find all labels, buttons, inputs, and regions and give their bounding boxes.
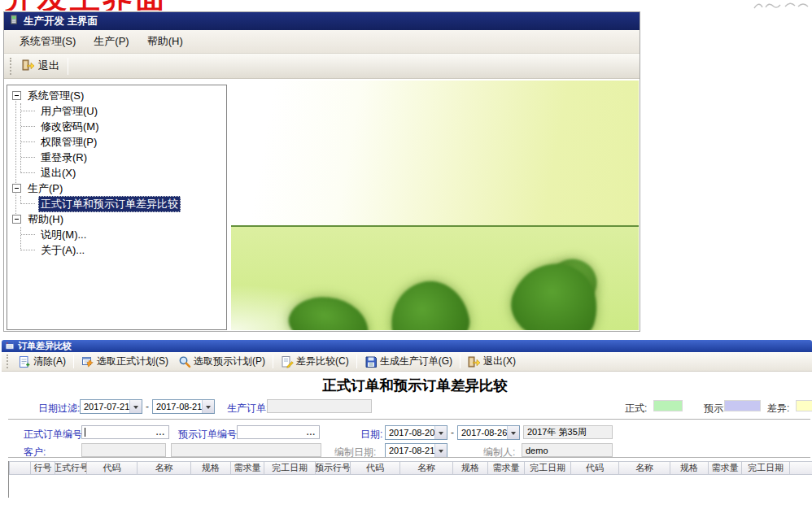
column-header[interactable]: 规格 xyxy=(670,461,709,475)
column-header[interactable] xyxy=(789,461,812,475)
column-header[interactable]: 规格 xyxy=(190,461,231,475)
tree-children: 用户管理(U)修改密码(M)权限管理(P)重登录(R)退出(X) xyxy=(20,103,226,181)
legend-official-swatch xyxy=(653,400,683,411)
form-date-from-combo[interactable]: 2017-08-20 xyxy=(385,425,447,440)
column-header[interactable]: 规格 xyxy=(452,461,488,475)
chevron-down-icon xyxy=(507,426,519,439)
column-header[interactable]: 名称 xyxy=(137,461,191,475)
column-header[interactable]: 名称 xyxy=(399,461,453,475)
select-official-plan-icon xyxy=(81,355,94,368)
tree-child-item[interactable]: 关于(A)... xyxy=(20,242,226,258)
exit-icon xyxy=(22,59,35,74)
tree-root-item[interactable]: 生产(P) xyxy=(12,181,226,196)
tree-child-item[interactable]: 退出(X) xyxy=(20,165,226,181)
legend-official-label: 正式: xyxy=(625,402,647,416)
toolbar-separator xyxy=(68,58,68,75)
column-header[interactable]: 代码 xyxy=(570,461,619,475)
column-header[interactable]: 预示行号 xyxy=(315,461,351,475)
compiler-field: demo xyxy=(522,443,613,457)
toolbar-button-select-official-plan[interactable]: 选取正式计划(S) xyxy=(76,354,173,369)
chevron-down-icon xyxy=(434,426,447,439)
forecast-order-label: 预示订单编号: xyxy=(178,428,239,442)
app-icon xyxy=(8,14,20,28)
column-header[interactable]: 完工日期 xyxy=(264,461,316,475)
tree-children: 说明(M)...关于(A)... xyxy=(20,227,226,258)
tree-item-label: 帮助(H) xyxy=(25,211,66,228)
column-header[interactable]: 行号 xyxy=(30,461,55,475)
tree-child-item[interactable]: 说明(M)... xyxy=(20,227,226,242)
browse-ellipsis-button[interactable]: ... xyxy=(153,428,168,437)
column-header[interactable]: 完工日期 xyxy=(524,461,571,475)
toolbar-button-label: 选取正式计划(S) xyxy=(97,355,168,368)
tree-child-item[interactable]: 重登录(R) xyxy=(20,150,226,165)
toolbar-button-select-forecast-plan[interactable]: 选取预示计划(P) xyxy=(173,354,270,369)
row-selector-header[interactable] xyxy=(9,461,31,475)
tree-item-label: 生产(P) xyxy=(25,181,65,197)
toolbar-button-compare[interactable]: 差异比较(C) xyxy=(276,354,354,369)
column-header[interactable]: 需求量 xyxy=(487,461,525,475)
text-caret xyxy=(85,428,85,437)
tree-collapse-icon[interactable] xyxy=(12,215,21,224)
toolbar-button-exit[interactable]: 退出(X) xyxy=(463,354,521,369)
official-order-input[interactable]: ... xyxy=(81,425,169,439)
legend-diff-swatch xyxy=(796,400,812,411)
toolbar-grip[interactable] xyxy=(7,355,10,368)
filter-date-from-combo[interactable]: 2017-07-21 xyxy=(80,399,142,414)
main-content: 系统管理(S)用户管理(U)修改密码(M)权限管理(P)重登录(R)退出(X)生… xyxy=(4,79,640,331)
tree-child-item[interactable]: 修改密码(M) xyxy=(20,119,226,134)
grid-body[interactable] xyxy=(9,475,812,498)
grid-header-row: 行号正式行号代码名称规格需求量完工日期预示行号代码名称规格需求量完工日期代码名称… xyxy=(9,461,812,475)
tree-item-label: 系统管理(S) xyxy=(25,88,86,104)
filter-date-to-combo[interactable]: 2017-08-21 xyxy=(152,399,215,414)
production-order-label: 生产订单: xyxy=(227,402,268,416)
toolbar-separator xyxy=(356,355,357,368)
browse-ellipsis-button[interactable]: ... xyxy=(303,428,319,437)
compare-toolbar: 清除(A)选取正式计划(S)选取预示计划(P)差异比较(C)生成生产订单(G)退… xyxy=(2,352,812,372)
tree-root-item[interactable]: 帮助(H) xyxy=(12,211,226,227)
toolbar-grip[interactable] xyxy=(10,58,13,75)
tree-item-label: 用户管理(U) xyxy=(38,103,100,120)
chevron-down-icon xyxy=(434,444,447,457)
tree-child-item[interactable]: 用户管理(U) xyxy=(20,103,226,119)
legend-forecast-swatch xyxy=(724,400,761,411)
menu-item[interactable]: 系统管理(S) xyxy=(11,31,85,52)
toolbar-button-generate-order[interactable]: 生成生产订单(G) xyxy=(360,354,457,369)
column-header[interactable]: 正式行号 xyxy=(55,461,87,475)
compile-date-combo[interactable]: 2017-08-21 xyxy=(385,443,447,458)
comparison-grid: 行号正式行号代码名称规格需求量完工日期预示行号代码名称规格需求量完工日期代码名称… xyxy=(8,461,812,498)
form-date-to-combo[interactable]: 2017-08-26 xyxy=(457,425,520,440)
menu-item[interactable]: 生产(P) xyxy=(85,31,138,52)
exit-button[interactable]: 退出 xyxy=(16,57,65,76)
compare-window-titlebar: 订单差异比较 xyxy=(2,340,812,352)
column-header[interactable]: 完工日期 xyxy=(741,461,790,475)
corner-scribble-decoration xyxy=(753,0,810,10)
exit-icon xyxy=(468,355,481,368)
toolbar-button-label: 选取预示计划(P) xyxy=(194,355,265,368)
tree-item-label: 退出(X) xyxy=(38,165,78,181)
tree-collapse-icon[interactable] xyxy=(12,184,21,193)
select-forecast-plan-icon xyxy=(178,355,191,368)
column-header[interactable]: 需求量 xyxy=(230,461,264,475)
tree-collapse-icon[interactable] xyxy=(12,91,21,100)
generate-order-icon xyxy=(365,355,378,368)
compare-icon xyxy=(281,355,294,368)
tree-item-label: 重登录(R) xyxy=(38,150,89,166)
date-range-dash: - xyxy=(146,401,149,412)
toolbar-button-clear[interactable]: 清除(A) xyxy=(13,354,71,369)
forecast-order-input[interactable]: ... xyxy=(237,425,320,439)
column-header[interactable]: 代码 xyxy=(86,461,138,475)
column-header[interactable]: 需求量 xyxy=(708,461,742,475)
menu-item[interactable]: 帮助(H) xyxy=(138,31,192,52)
column-header[interactable]: 名称 xyxy=(618,461,670,475)
navigation-tree-panel: 系统管理(S)用户管理(U)修改密码(M)权限管理(P)重登录(R)退出(X)生… xyxy=(7,85,227,330)
page-partial-heading: 开发主界面 xyxy=(5,0,233,11)
main-toolbar: 退出 xyxy=(4,54,640,79)
main-window-title: 生产开发 主界面 xyxy=(24,15,98,28)
leaf-background-image xyxy=(231,81,639,330)
tree-child-item[interactable]: 正式订单和预示订单差异比较 xyxy=(20,196,226,211)
tree-root-item[interactable]: 系统管理(S) xyxy=(12,88,226,103)
tree-child-item[interactable]: 权限管理(P) xyxy=(20,134,226,150)
customer-field xyxy=(81,443,166,457)
column-header[interactable]: 代码 xyxy=(350,461,400,475)
separator-line xyxy=(8,457,810,459)
